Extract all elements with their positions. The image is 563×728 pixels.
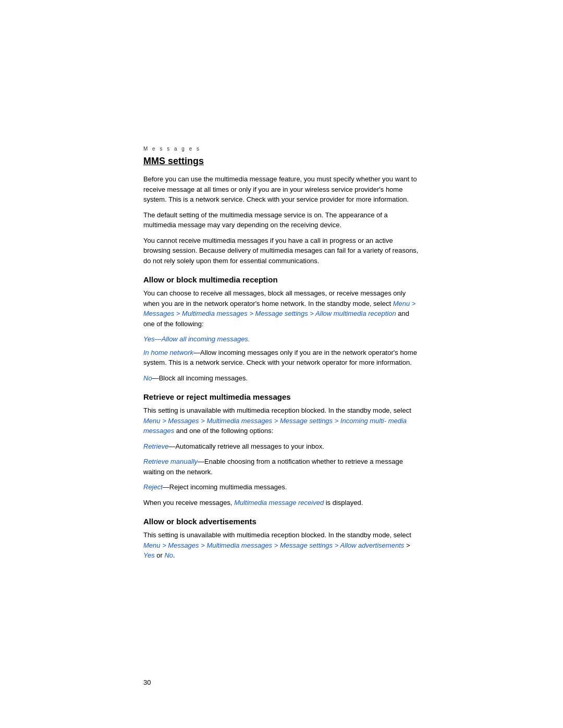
section1-item-no: No—Block all incoming messages. [143,373,420,384]
section3-no-link: No [164,551,173,559]
intro-paragraph-3: You cannot receive multimedia messages i… [143,236,420,266]
section-label: M e s s a g e s [143,146,420,152]
section2-heading: Retrieve or reject multimedia messages [143,392,420,401]
section3-para1-text: This setting is unavailable with multime… [143,531,411,539]
section1-no-link: No [143,374,152,382]
section2-retrieve-text: —Automatically retrieve all messages to … [168,442,324,450]
section2-para1-text: This setting is unavailable with multime… [143,406,411,414]
section3-period: . [173,551,175,559]
section2-footer: When you receive messages, Multimedia me… [143,498,420,508]
section1-para1: You can choose to receive all messages, … [143,288,420,329]
section2-reject-link: Reject [143,483,163,491]
section1-yes-link: Yes [143,335,155,343]
section2-item-retrieve-manually: Retrieve manually—Enable choosing from a… [143,456,420,477]
section2-retrieve-link: Retrieve [143,442,168,450]
page-number: 30 [143,678,151,686]
section3-or-text: or [155,551,165,559]
intro-paragraph-2: The default setting of the multimedia me… [143,210,420,230]
section2-footer-text: When you receive messages, [143,499,234,507]
section1-para1-text: You can choose to receive all messages, … [143,289,406,307]
section1-item-yes: Yes—Allow all incoming messages. [143,334,420,344]
page-title: MMS settings [143,156,420,167]
section2-para1-end: and one of the following options: [174,427,273,435]
section2-footer-link: Multimedia message received [234,499,324,507]
section3-para1: This setting is unavailable with multime… [143,530,420,561]
section2-item-retrieve: Retrieve—Automatically retrieve all mess… [143,441,420,452]
section2-retrieve-manually-link: Retrieve manually [143,458,198,465]
section2-item-reject: Reject—Reject incoming multimedia messag… [143,482,420,492]
page: M e s s a g e s MMS settings Before you … [0,0,563,728]
section2-footer-end: is displayed. [324,499,363,507]
section1-yes-text: —Allow all incoming messages. [155,335,250,343]
section3-para1-links: Menu > Messages > Multimedia messages > … [143,541,404,549]
section2-para1: This setting is unavailable with multime… [143,405,420,436]
section3-para1-mid: > [404,541,410,549]
section3-heading: Allow or block advertisements [143,517,420,526]
section1-home-link: In home network [143,349,193,356]
section1-heading: Allow or block multimedia reception [143,275,420,284]
section2-reject-text: —Reject incoming multimedia messages. [163,483,287,491]
section1-item-home: In home network—Allow incoming messages … [143,348,420,368]
intro-paragraph-1: Before you can use the multimedia messag… [143,174,420,205]
section3-yes-link: Yes [143,551,155,559]
section1-no-text: —Block all incoming messages. [152,374,248,382]
